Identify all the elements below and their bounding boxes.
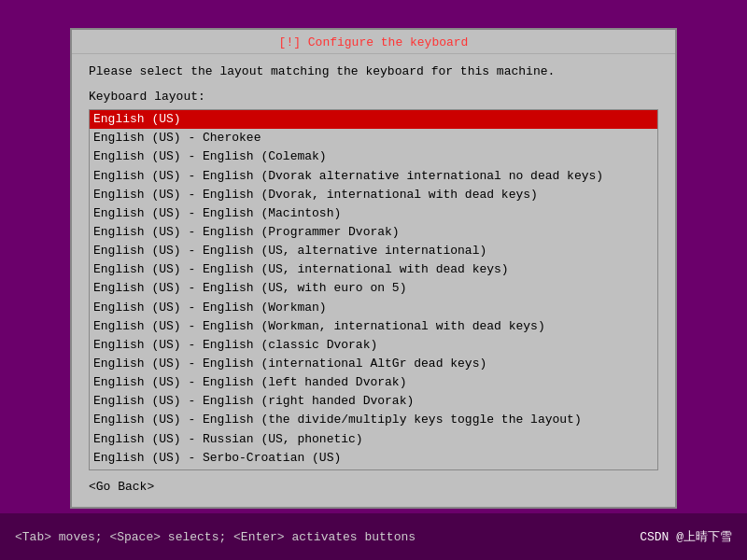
list-item[interactable]: English (US) - English (US, internationa… xyxy=(90,260,657,279)
layout-list[interactable]: English (US)English (US) - CherokeeEngli… xyxy=(89,109,658,470)
list-item[interactable]: English (US) - Russian (US, phonetic) xyxy=(90,430,657,449)
title-bar: [!] Configure the keyboard xyxy=(72,30,675,54)
list-item[interactable]: English (US) - English (Dvorak alternati… xyxy=(90,167,657,186)
list-item[interactable]: English (US) - English (Colemak) xyxy=(90,147,657,166)
list-item[interactable]: English (US) - English (Workman) xyxy=(90,299,657,317)
list-item[interactable]: English (US) - English (US, with euro on… xyxy=(90,279,657,298)
bottom-bar: <Tab> moves; <Space> selects; <Enter> ac… xyxy=(0,513,747,560)
list-item[interactable]: English (US) - English (left handed Dvor… xyxy=(90,373,657,392)
window-title: [!] Configure the keyboard xyxy=(279,35,469,49)
bottom-hint-text: <Tab> moves; <Space> selects; <Enter> ac… xyxy=(15,530,416,544)
list-item[interactable]: English (US) - English (Workman, interna… xyxy=(90,317,657,336)
go-back-button[interactable]: <Go Back> xyxy=(89,480,658,494)
list-item[interactable]: English (US) - English (US, alternative … xyxy=(90,242,657,260)
list-item[interactable]: English (US) - English (Dvorak, internat… xyxy=(90,186,657,204)
brand-text: CSDN @上晴下雪 xyxy=(640,528,732,545)
list-item[interactable]: English (US) - English (Macintosh) xyxy=(90,204,657,223)
dialog-window: [!] Configure the keyboard Please select… xyxy=(70,28,677,509)
list-item[interactable]: English (US) - Serbo-Croatian (US) xyxy=(90,449,657,468)
list-item[interactable]: English (US) - English (international Al… xyxy=(90,355,657,373)
list-item[interactable]: English (US) - English (the divide/multi… xyxy=(90,411,657,429)
list-item[interactable]: English (US) - English (classic Dvorak) xyxy=(90,336,657,355)
list-item[interactable]: English (US) - Cherokee xyxy=(90,129,657,147)
list-item[interactable]: English (US) - English (Programmer Dvora… xyxy=(90,223,657,242)
content-area: Please select the layout matching the ke… xyxy=(72,54,675,503)
description-text: Please select the layout matching the ke… xyxy=(89,63,658,80)
list-item[interactable]: English (US) xyxy=(90,110,657,129)
keyboard-layout-label: Keyboard layout: xyxy=(89,90,658,104)
list-item[interactable]: English (US) - English (right handed Dvo… xyxy=(90,392,657,411)
